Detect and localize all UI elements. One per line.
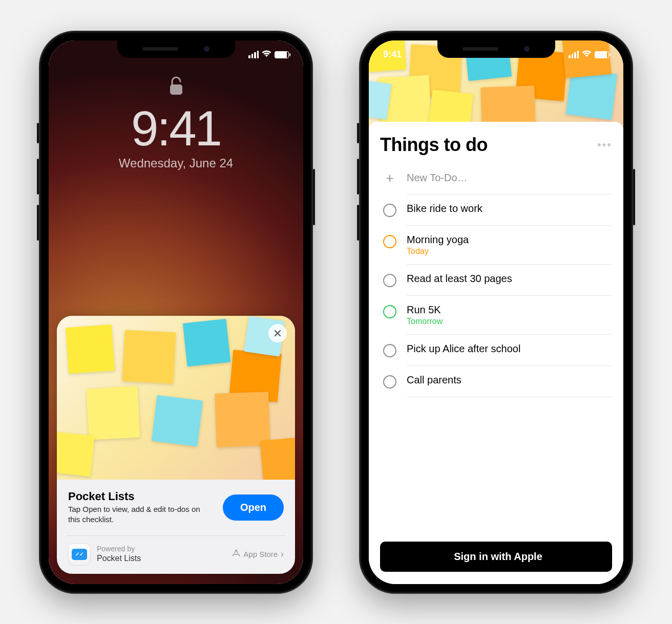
todo-checkbox[interactable] [383, 235, 396, 248]
todo-text: Run 5K [407, 304, 443, 316]
battery-icon [275, 51, 289, 58]
volume-up-btn [357, 159, 359, 195]
sign-in-label: Sign in with Apple [454, 551, 542, 563]
plus-icon: ＋ [383, 169, 396, 187]
cellular-signal-icon [248, 51, 259, 58]
svg-rect-0 [170, 84, 182, 95]
appstore-icon [232, 549, 240, 559]
sign-in-with-apple-button[interactable]: Sign in with Apple [380, 542, 612, 572]
app-clip-card: Pocket Lists Tap Open to view, add & edi… [57, 316, 295, 574]
todo-checkbox[interactable] [383, 204, 396, 217]
todo-text: Read at least 30 pages [407, 273, 512, 285]
volume-up-btn [37, 159, 39, 195]
list-title: Things to do [380, 134, 488, 156]
phone-left: 9:41 Wednesday, June 24 [39, 31, 313, 594]
appstore-link[interactable]: App Store › [232, 549, 284, 560]
powered-by-label: Powered by [97, 545, 141, 554]
phone-right: 9:41 Things to do [359, 31, 633, 594]
todo-checkbox[interactable] [383, 305, 396, 318]
unlock-icon [169, 76, 184, 100]
app-name-label: Pocket Lists [97, 553, 141, 564]
todo-row[interactable]: Morning yogaToday [380, 226, 612, 264]
todo-text: Bike ride to work [407, 203, 482, 214]
lockscreen-time: 9:41 [131, 104, 221, 153]
todo-row[interactable]: Run 5KTomorrow [380, 296, 612, 334]
lockscreen-wallpaper: 9:41 Wednesday, June 24 [49, 40, 303, 584]
todo-row[interactable]: Pick up Alice after school [380, 335, 612, 365]
mute-switch [357, 123, 359, 143]
todo-row[interactable]: Bike ride to work [380, 195, 612, 225]
notch [117, 40, 235, 58]
todo-text: Call parents [407, 374, 461, 386]
appstore-label: App Store [243, 550, 278, 558]
battery-icon [595, 51, 609, 58]
power-btn [313, 169, 315, 225]
new-todo-placeholder: New To-Do… [407, 172, 468, 184]
mute-switch [37, 123, 39, 143]
app-clip-title: Pocket Lists [68, 490, 215, 503]
todo-row[interactable]: Call parents [380, 366, 612, 397]
chevron-right-icon: › [281, 549, 284, 560]
wifi-icon [582, 50, 592, 59]
volume-down-btn [357, 205, 359, 241]
app-clip-hero-image [57, 316, 295, 480]
new-todo-row[interactable]: ＋ New To-Do… [380, 162, 612, 194]
cellular-signal-icon [569, 51, 579, 58]
screen-right: 9:41 Things to do [369, 40, 623, 584]
notch [437, 40, 555, 58]
todo-text: Morning yoga [407, 234, 469, 246]
todo-checkbox[interactable] [383, 274, 396, 287]
volume-down-btn [37, 205, 39, 241]
app-icon: ✓✓ [68, 543, 91, 566]
todo-text: Pick up Alice after school [407, 343, 520, 355]
todo-subtext: Tomorrow [407, 317, 443, 326]
todo-subtext: Today [407, 247, 469, 256]
open-button[interactable]: Open [223, 494, 284, 521]
todo-checkbox[interactable] [383, 344, 396, 357]
app-clip-subtitle: Tap Open to view, add & edit to-dos on t… [68, 504, 201, 525]
more-button[interactable]: ••• [597, 138, 612, 152]
wifi-icon [262, 50, 271, 59]
power-btn [633, 169, 635, 225]
status-time: 9:41 [383, 49, 402, 60]
todo-row[interactable]: Read at least 30 pages [380, 265, 612, 295]
todo-checkbox[interactable] [383, 375, 396, 389]
screen-left: 9:41 Wednesday, June 24 [49, 40, 303, 584]
close-button[interactable] [268, 324, 287, 342]
lockscreen-date: Wednesday, June 24 [119, 156, 233, 170]
